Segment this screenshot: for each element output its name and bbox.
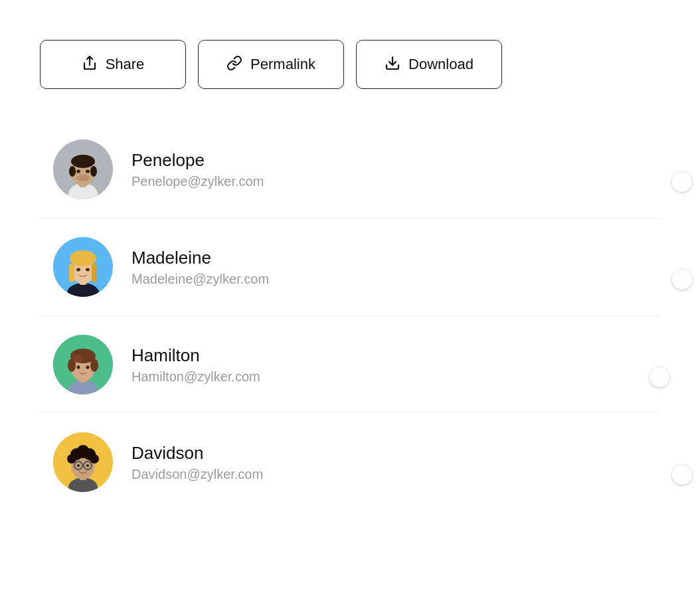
svg-rect-17 (69, 264, 74, 282)
download-icon (385, 55, 400, 74)
svg-point-10 (76, 170, 80, 173)
contact-name: Penelope (131, 149, 634, 172)
contact-email: Madeleine@zylker.com (131, 272, 634, 287)
svg-point-6 (71, 155, 95, 168)
svg-point-28 (72, 355, 83, 363)
contact-email: Penelope@zylker.com (131, 174, 634, 189)
svg-point-30 (86, 366, 90, 369)
svg-point-9 (76, 175, 90, 181)
share-label: Share (106, 56, 145, 73)
contact-info: Madeleine Madeleine@zylker.com (131, 247, 634, 288)
svg-rect-18 (92, 264, 97, 282)
svg-point-8 (90, 166, 97, 177)
contact-email: Davidson@zylker.com (131, 467, 634, 482)
action-bar: Share Permalink Download (40, 40, 660, 89)
svg-point-20 (86, 268, 90, 272)
contact-row: Hamilton Hamilton@zylker.com (40, 316, 660, 414)
avatar (53, 237, 113, 297)
contact-name: Davidson (131, 442, 634, 465)
svg-point-43 (77, 464, 80, 467)
avatar (53, 432, 113, 492)
svg-point-19 (76, 268, 80, 272)
contact-name: Madeleine (131, 247, 634, 270)
avatar (53, 335, 113, 394)
contact-name: Hamilton (131, 345, 634, 367)
svg-point-44 (86, 464, 89, 467)
contact-row: Penelope Penelope@zylker.com (40, 121, 660, 218)
contact-info: Hamilton Hamilton@zylker.com (131, 345, 634, 385)
contact-row: Madeleine Madeleine@zylker.com (40, 218, 660, 316)
svg-point-27 (90, 359, 98, 372)
download-button[interactable]: Download (356, 40, 502, 89)
svg-point-11 (86, 170, 90, 173)
contact-info: Penelope Penelope@zylker.com (131, 149, 634, 190)
share-icon (82, 55, 98, 74)
contact-row: Davidson Davidson@zylker.com (40, 414, 660, 511)
link-icon (226, 55, 242, 74)
contact-list: Penelope Penelope@zylker.com (40, 121, 660, 511)
permalink-label: Permalink (250, 56, 315, 73)
svg-point-38 (67, 454, 76, 464)
svg-point-29 (77, 366, 80, 369)
contact-info: Davidson Davidson@zylker.com (131, 442, 634, 483)
share-button[interactable]: Share (40, 40, 186, 89)
permalink-button[interactable]: Permalink (198, 40, 344, 89)
svg-point-7 (69, 166, 76, 177)
svg-point-16 (70, 250, 96, 266)
download-label: Download (408, 56, 474, 73)
contact-email: Hamilton@zylker.com (131, 369, 634, 385)
svg-point-39 (90, 454, 99, 464)
avatar (53, 139, 113, 199)
